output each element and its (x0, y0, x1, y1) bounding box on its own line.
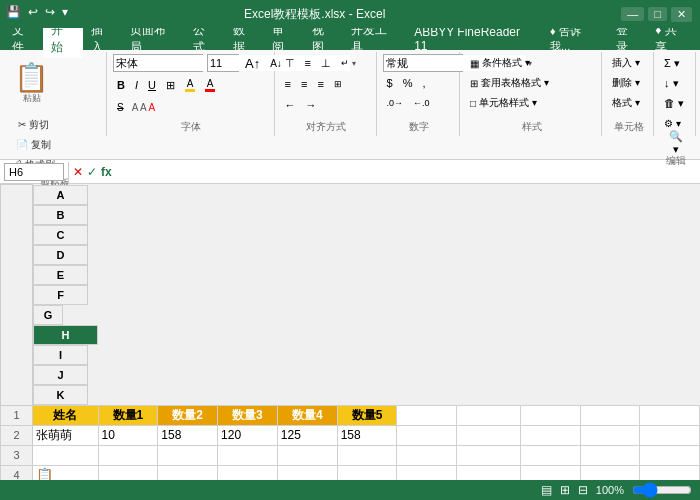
cell-K3[interactable] (640, 445, 700, 465)
col-header-H[interactable]: H (33, 325, 98, 345)
cell-C3[interactable] (158, 445, 218, 465)
cell-H2[interactable] (456, 425, 520, 445)
cell-H1[interactable] (456, 405, 520, 425)
fill-button[interactable]: ↓ ▾ (660, 74, 691, 92)
save-button[interactable]: 💾 (4, 4, 23, 20)
insert-cells-button[interactable]: 插入 ▾ (608, 54, 649, 72)
cell-A3[interactable] (33, 445, 99, 465)
align-center-button[interactable]: ≡ (297, 75, 311, 93)
qa-dropdown-button[interactable]: ▾ (60, 4, 70, 20)
col-header-J[interactable]: J (33, 365, 88, 385)
cell-G4[interactable] (397, 465, 457, 480)
cell-B1[interactable]: 数量1 (98, 405, 158, 425)
cell-D4[interactable] (218, 465, 278, 480)
fill-color-button[interactable]: A (181, 76, 199, 94)
cell-F2[interactable]: 158 (337, 425, 397, 445)
cell-I4[interactable] (521, 465, 581, 480)
col-header-C[interactable]: C (33, 225, 88, 245)
undo-button[interactable]: ↩ (26, 4, 40, 20)
confirm-formula-button[interactable]: ✓ (87, 165, 97, 179)
align-bottom-button[interactable]: ⊥ (317, 54, 335, 72)
col-header-G[interactable]: G (33, 305, 63, 325)
italic-button[interactable]: I (131, 76, 142, 94)
cell-I2[interactable] (521, 425, 581, 445)
cell-reference-input[interactable] (4, 163, 64, 181)
cell-J3[interactable] (580, 445, 640, 465)
strikethrough-button[interactable]: S (113, 98, 128, 116)
formula-input[interactable] (116, 165, 696, 179)
cell-D3[interactable] (218, 445, 278, 465)
cell-F1[interactable]: 数量5 (337, 405, 397, 425)
font-name-combo[interactable]: ▾ (113, 54, 203, 72)
page-break-view-button[interactable]: ⊟ (578, 483, 588, 497)
conditional-format-button[interactable]: ▦ 条件格式 ▾ (466, 54, 597, 72)
cell-J1[interactable] (580, 405, 640, 425)
currency-button[interactable]: $ (383, 74, 397, 92)
paste-button[interactable]: 📋 粘贴 (8, 54, 55, 114)
row-num-2[interactable]: 2 (1, 425, 33, 445)
indent-increase-button[interactable]: → (302, 96, 321, 114)
minimize-button[interactable]: — (621, 7, 644, 21)
cell-K4[interactable] (640, 465, 700, 480)
cell-C4[interactable] (158, 465, 218, 480)
align-middle-button[interactable]: ≡ (301, 54, 315, 72)
cell-D1[interactable]: 数量3 (218, 405, 278, 425)
cell-E2[interactable]: 125 (277, 425, 337, 445)
col-header-B[interactable]: B (33, 205, 88, 225)
cell-A4[interactable]: 📋 (33, 465, 99, 480)
percent-button[interactable]: % (399, 74, 417, 92)
format-cells-button[interactable]: 格式 ▾ (608, 94, 649, 112)
cancel-formula-button[interactable]: ✕ (73, 165, 83, 179)
table-format-button[interactable]: ⊞ 套用表格格式 ▾ (466, 74, 597, 92)
comma-button[interactable]: , (418, 74, 429, 92)
col-header-D[interactable]: D (33, 245, 88, 265)
cell-K2[interactable] (640, 425, 700, 445)
col-header-A[interactable]: A (33, 185, 88, 205)
cell-A1[interactable]: 姓名 (33, 405, 99, 425)
cut-button[interactable]: ✂ 剪切 (8, 116, 59, 134)
cell-styles-button[interactable]: □ 单元格样式 ▾ (466, 94, 597, 112)
align-top-button[interactable]: ⊤ (281, 54, 299, 72)
cell-I1[interactable] (521, 405, 581, 425)
increase-decimal-button[interactable]: .0→ (383, 94, 408, 112)
cell-G1[interactable] (397, 405, 457, 425)
underline-button[interactable]: U (144, 76, 160, 94)
grid[interactable]: A B C D E F G H I J K 1 姓名 数量 (0, 184, 700, 480)
cell-E1[interactable]: 数量4 (277, 405, 337, 425)
align-right-button[interactable]: ≡ (313, 75, 327, 93)
page-layout-view-button[interactable]: ⊞ (560, 483, 570, 497)
font-size-combo[interactable]: ▾ (207, 54, 239, 72)
font-color-button[interactable]: A (201, 76, 219, 94)
row-num-3[interactable]: 3 (1, 445, 33, 465)
copy-button[interactable]: 📄 复制 (8, 136, 59, 154)
wrap-text-button[interactable]: ↵ (337, 54, 353, 72)
indent-decrease-button[interactable]: ← (281, 96, 300, 114)
cell-K1[interactable] (640, 405, 700, 425)
cell-G3[interactable] (397, 445, 457, 465)
col-header-F[interactable]: F (33, 285, 88, 305)
cell-J4[interactable] (580, 465, 640, 480)
cell-E3[interactable] (277, 445, 337, 465)
number-format-combo[interactable]: ▾ (383, 54, 463, 72)
increase-font-button[interactable]: A↑ (241, 54, 264, 72)
redo-button[interactable]: ↪ (43, 4, 57, 20)
cell-G2[interactable] (397, 425, 457, 445)
normal-view-button[interactable]: ▤ (541, 483, 552, 497)
row-num-1[interactable]: 1 (1, 405, 33, 425)
cell-B3[interactable] (98, 445, 158, 465)
bold-button[interactable]: B (113, 76, 129, 94)
cell-J2[interactable] (580, 425, 640, 445)
merge-button[interactable]: ⊞ (330, 75, 346, 93)
cell-H4[interactable] (456, 465, 520, 480)
decrease-decimal-button[interactable]: ←.0 (409, 94, 434, 112)
border-button[interactable]: ⊞ (162, 76, 179, 94)
cell-C1[interactable]: 数量2 (158, 405, 218, 425)
cell-C2[interactable]: 158 (158, 425, 218, 445)
cell-F4[interactable] (337, 465, 397, 480)
col-header-K[interactable]: K (33, 385, 88, 405)
align-left-button[interactable]: ≡ (281, 75, 295, 93)
cell-E4[interactable] (277, 465, 337, 480)
cell-B2[interactable]: 10 (98, 425, 158, 445)
zoom-slider[interactable] (632, 482, 692, 498)
cell-D2[interactable]: 120 (218, 425, 278, 445)
